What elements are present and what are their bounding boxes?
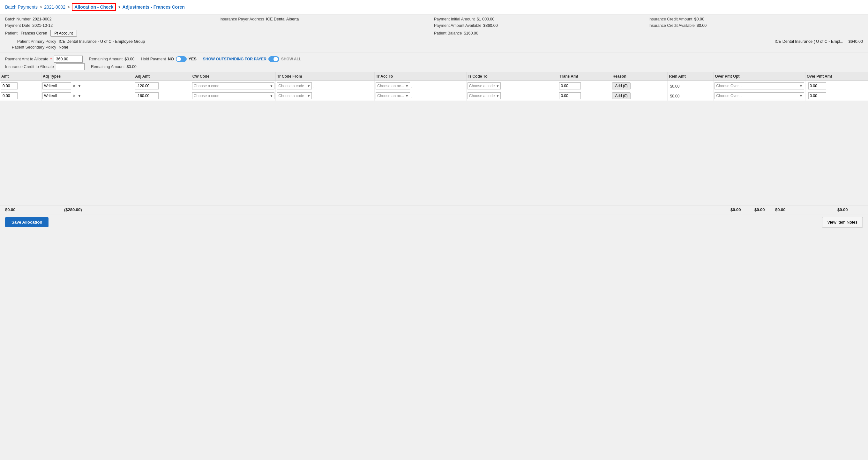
amt-input[interactable]	[1, 92, 18, 99]
batch-number-value: 2021-0002	[33, 17, 52, 21]
row-adjtype-cell: Writeoff ✕ ▼	[41, 91, 134, 101]
primary-policy-row: Patient Primary Policy ICE Dental Insura…	[5, 39, 863, 45]
insurance-credit-group: Insurance Credit to Allocate	[5, 63, 85, 70]
remaining-label1: Remaining Amount	[89, 57, 123, 61]
primary-policy-amount: $640.00	[848, 39, 863, 44]
adjtype-select[interactable]: Writeoff	[42, 92, 71, 99]
payment-initial-label: Payment Initial Amount	[434, 17, 475, 21]
save-allocation-button[interactable]: Save Allocation	[5, 217, 49, 227]
add-reason-button[interactable]: Add (0)	[612, 82, 630, 89]
overpmt-select[interactable]: Choose Over... ▼	[714, 92, 804, 99]
traccto-arrow-icon: ▼	[405, 84, 408, 88]
cwcode-select[interactable]: Choose a code ▼	[192, 82, 275, 89]
adjtype-select[interactable]: Writeoff	[42, 82, 71, 89]
row-transamt-cell	[558, 81, 611, 91]
payment-available-label: Payment Amount Available	[434, 23, 481, 28]
traccto-placeholder: Choose an ac...	[377, 84, 404, 88]
breadcrumb-batch-payments[interactable]: Batch Payments	[5, 4, 38, 9]
footer-totals-bar: $0.00 ($280.00) $0.00 $0.00 $0.00 $0.00	[0, 205, 868, 214]
adjtype-clear-button[interactable]: ✕	[72, 84, 76, 88]
insurance-credit-input[interactable]	[56, 63, 85, 70]
trcodeto-select[interactable]: Choose a code ▼	[467, 82, 501, 89]
col-trcodefrom: Tr Code From	[276, 72, 375, 81]
adjtype-dropdown-button[interactable]: ▼	[77, 94, 82, 98]
traccto-select[interactable]: Choose an ac... ▼	[376, 82, 410, 89]
cwcode-placeholder: Choose a code	[194, 94, 220, 98]
breadcrumb-allocation-check[interactable]: Allocation - Check	[72, 3, 116, 11]
table-row: Writeoff ✕ ▼ Choose a code ▼ Choose a co…	[0, 81, 868, 91]
col-adjtype: Adj Types	[41, 72, 134, 81]
secondary-policy-value: None	[59, 45, 68, 50]
adjamt-input[interactable]	[135, 82, 159, 89]
trcodefrom-select[interactable]: Choose a code ▼	[277, 92, 312, 99]
overpmt-amt-input[interactable]	[808, 92, 826, 99]
breadcrumb-sep1: >	[39, 4, 42, 9]
col-overpmt: Over Pmt Opt	[714, 72, 805, 81]
trcodeto-arrow-icon: ▼	[496, 84, 499, 88]
insurance-credit-avail-value: $0.00	[696, 23, 707, 28]
col-transamt: Trans Amt	[558, 72, 611, 81]
overpmt-amt-input[interactable]	[808, 82, 826, 89]
patient-balance-row: Patient Balance $160.00	[434, 29, 648, 37]
secondary-policy-row: Patient Secondary Policy None	[5, 45, 863, 50]
row-adjamt-cell	[134, 91, 191, 101]
insurance-credit-label: Insurance Credit Amount	[648, 17, 692, 21]
trcodefrom-arrow-icon: ▼	[307, 84, 310, 88]
insurance-payer-row: Insurance Payer Address ICE Dental Alber…	[220, 16, 434, 22]
row-trcodeto-cell: Choose a code ▼ .	[466, 81, 558, 91]
show-outstanding-label: SHOW OUTSTANDING FOR PAYER	[203, 57, 267, 61]
remaining-label2: Remaining Amount	[91, 64, 125, 69]
row-overpmt-cell: Choose Over... ▼	[714, 91, 805, 101]
rem-amt-value: $0.00	[669, 94, 681, 98]
page-title: Adjustments - Frances Coren	[123, 4, 185, 9]
hold-payment-toggle[interactable]	[176, 56, 187, 62]
trcodeto-placeholder: Choose a code	[469, 94, 495, 98]
insurance-credit-avail-label: Insurance Credit Available	[648, 23, 695, 28]
breadcrumb-batch-number[interactable]: 2021-0002	[44, 4, 65, 9]
payment-amt-label: Payment Amt to Allocate	[5, 57, 49, 61]
payment-available-value: $360.00	[483, 23, 497, 28]
trcodefrom-select[interactable]: Choose a code ▼	[277, 82, 312, 89]
amt-input[interactable]	[1, 82, 18, 89]
adjtype-value: Writeoff	[44, 84, 57, 88]
transamt-input[interactable]	[559, 82, 581, 89]
row-trcodefrom-cell: Choose a code ▼ .	[276, 81, 375, 91]
allocations-table: Amt Adj Types Adj Amt CW Code Tr Code Fr…	[0, 72, 868, 101]
secondary-policy-label: Patient Secondary Policy	[5, 45, 56, 50]
hold-yes-label: YES	[189, 57, 196, 61]
col-cwcode: CW Code	[191, 72, 276, 81]
adjtype-dropdown-button[interactable]: ▼	[77, 84, 82, 88]
row-reason-cell: Add (0)	[611, 81, 668, 91]
adjtype-select-wrapper: Writeoff ✕ ▼	[42, 92, 133, 99]
remaining-group2: Remaining Amount $0.00	[91, 64, 136, 69]
show-outstanding-toggle[interactable]	[268, 56, 279, 62]
transamt-input[interactable]	[559, 92, 581, 99]
patient-balance-label: Patient Balance	[434, 31, 462, 35]
remaining-group1: Remaining Amount $0.00	[89, 57, 135, 61]
row-adjamt-cell	[134, 81, 191, 91]
col-remamt: Rem Amt	[668, 72, 714, 81]
cwcode-arrow-icon: ▼	[270, 84, 273, 88]
adjamt-input[interactable]	[135, 92, 159, 99]
adjtype-clear-button[interactable]: ✕	[72, 94, 76, 98]
remaining-value2: $0.00	[127, 64, 136, 69]
required-star: *	[51, 57, 52, 62]
add-reason-button[interactable]: Add (0)	[612, 92, 630, 99]
footer-total5: $0.00	[775, 207, 796, 212]
trcodeto-placeholder: Choose a code	[469, 84, 495, 88]
cwcode-select[interactable]: Choose a code ▼	[192, 92, 275, 99]
row-overpmt2-cell: .	[805, 91, 868, 101]
row-traccto-cell: Choose an ac... ▼ .	[375, 81, 467, 91]
traccto-select[interactable]: Choose an ac... ▼	[376, 92, 410, 99]
table-section: Amt Adj Types Adj Amt CW Code Tr Code Fr…	[0, 72, 868, 205]
view-item-notes-button[interactable]: View Item Notes	[822, 217, 863, 227]
overpmt-arrow-icon: ▼	[799, 94, 803, 98]
overpmt-select[interactable]: Choose Over... ▼	[714, 82, 804, 89]
col-amt: Amt	[0, 72, 41, 81]
pt-account-button[interactable]: Pt Account	[51, 30, 77, 37]
row-amt-cell	[0, 91, 41, 101]
row-remamt-cell: $0.00	[668, 81, 714, 91]
primary-policy-sub: ICE Dental Insurance ( U of C - Empl...	[775, 39, 843, 44]
trcodeto-select[interactable]: Choose a code ▼	[467, 92, 501, 99]
batch-number-row: Batch Number 2021-0002	[5, 16, 220, 22]
